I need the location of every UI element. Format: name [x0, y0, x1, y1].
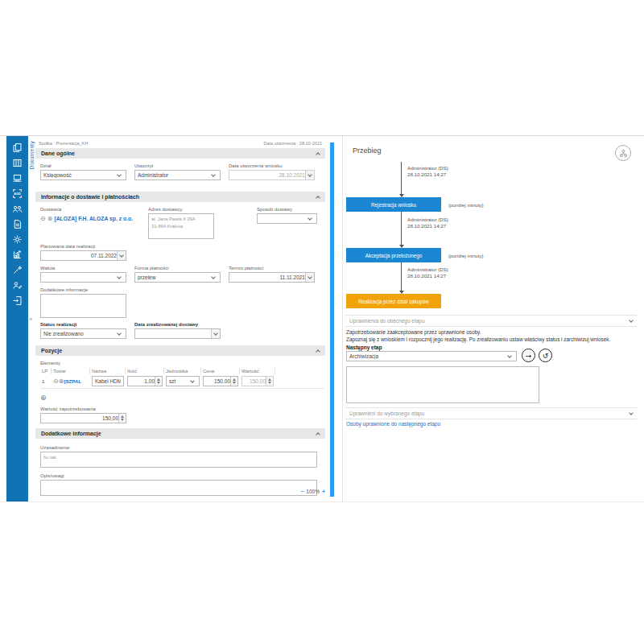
settings-gear-icon[interactable]: [9, 232, 26, 247]
termin-label: Termin płatności: [229, 266, 315, 270]
vertical-scrollbar[interactable]: [330, 142, 334, 497]
uprawnieni-wybrany-collapsible[interactable]: Uprawnieni do wybranego etapu: [345, 407, 637, 419]
section-header-pozycje[interactable]: Pozycje: [35, 345, 325, 356]
utworzyl-select[interactable]: Administrator: [134, 170, 221, 180]
computer-icon[interactable]: [9, 171, 26, 186]
company-label: Spółka : Prezentacja_KH: [39, 141, 88, 146]
zoom-out-button[interactable]: −: [300, 489, 303, 494]
scan-agd-icon[interactable]: AGD: [9, 186, 26, 201]
stage-comment-textarea[interactable]: [346, 366, 539, 403]
workflow-stage-rejestracja[interactable]: Rejestracja wniosku: [346, 197, 441, 212]
nazwa-input[interactable]: Kabel HDMI: [92, 376, 124, 386]
waluta-select[interactable]: [40, 272, 126, 283]
clear-item-icon[interactable]: ⊗: [59, 378, 64, 385]
chevron-down-icon: [629, 411, 634, 415]
tab-dokumenty[interactable]: Dokumenty: [29, 141, 35, 170]
collapse-icon: [316, 152, 320, 157]
form-topbar: Spółka : Prezentacja_KH Data utworzenia …: [35, 136, 325, 148]
add-item-button[interactable]: ⊕: [40, 394, 47, 402]
section-header-dodatkowe[interactable]: Dodatkowe informacje: [35, 428, 325, 439]
status-select[interactable]: Nie zrealizowano: [40, 328, 126, 339]
utworzyl-label: Utworzył: [134, 163, 221, 168]
created-date-label: Data utworzenia : 28-10-2021: [264, 141, 322, 146]
panel-expander[interactable]: »: [29, 316, 32, 323]
edit-supplier-icon[interactable]: ⊖: [40, 216, 46, 222]
chevron-down-icon: [305, 171, 314, 180]
row-lp: 1: [40, 378, 52, 384]
dzial-label: Dział: [40, 163, 126, 168]
dostawca-label: Dostawca: [40, 207, 133, 212]
chevron-down-icon: [117, 251, 126, 260]
opis-textarea[interactable]: [40, 480, 317, 496]
workflow-actor: Administrator (DS) 28.10.2021 14:27: [407, 266, 448, 280]
data-utworzenia-label: Data utworzenia wniosku: [229, 163, 315, 168]
jednostka-select[interactable]: szt: [166, 376, 200, 386]
section-title: Pozycje: [41, 348, 62, 353]
adres-textarea[interactable]: al. Jana Pawła II 39A 31-864 Kraków: [148, 213, 214, 239]
section-body-dodatkowe: Uzasadnienie bo tak Opis/uwagi Załącznik…: [35, 439, 325, 502]
nastepny-etap-label: Następny etap: [346, 345, 382, 350]
nastepny-etap-select[interactable]: Archiwizacja: [346, 351, 517, 361]
workflow-stage-realizacja[interactable]: Realizacja przez dział zakupów: [346, 294, 441, 308]
workflow-actor: Administrator (DS) 28.10.2021 14:27: [407, 217, 448, 230]
workflow-diagram-button[interactable]: [615, 145, 631, 161]
binders-icon[interactable]: [9, 155, 26, 171]
nastepny-etap-select-wrap: Archiwizacja: [346, 351, 517, 361]
cena-stepper[interactable]: 150,00: [203, 376, 238, 386]
sposob-select[interactable]: [257, 213, 317, 224]
chevron-down-icon: [211, 329, 220, 338]
planowana-datepicker[interactable]: 07.11.2022: [40, 250, 126, 261]
workflow-arrow: [401, 162, 402, 196]
section-header-dostawa[interactable]: Informacje o dostawie i płatnościach: [35, 192, 325, 202]
document-text-icon[interactable]: [9, 217, 26, 232]
documents-icon[interactable]: [9, 140, 26, 155]
edit-item-icon[interactable]: ⊖: [53, 378, 59, 385]
dzial-select[interactable]: Księgowość: [40, 170, 126, 180]
collapse-icon: [316, 432, 320, 437]
chart-icon[interactable]: [9, 247, 26, 262]
planowana-label: Planowana data realizacji: [40, 244, 126, 249]
col-ilosc: Ilość: [126, 368, 164, 374]
chevron-down-icon: [305, 214, 314, 223]
clear-supplier-icon[interactable]: ⊗: [47, 216, 53, 222]
sposob-label: Sposób dostawy: [257, 207, 317, 212]
data-dostawy-label: Data zrealizowanej dostawy: [134, 322, 221, 327]
workflow-panel: Przebieg Administrator (DS) 28.10.2021 1…: [342, 136, 642, 502]
go-next-stage-button[interactable]: →: [522, 349, 535, 362]
revert-stage-button[interactable]: ↺: [539, 349, 552, 362]
spinner-arrows[interactable]: [155, 377, 162, 386]
user-permissions-icon[interactable]: [9, 278, 26, 293]
zoom-in-button[interactable]: +: [322, 489, 325, 494]
workflow-arrow: [401, 262, 402, 293]
workflow-stage-akceptacja[interactable]: Akceptacja przełożonego: [346, 248, 441, 262]
row-towar: ⊖ ⊗ [SZPAL: [52, 378, 90, 385]
elementy-label: Elementy: [40, 361, 325, 365]
collapse-icon: [316, 196, 320, 200]
chevron-down-icon: [208, 273, 217, 282]
osoby-uprawnione-link[interactable]: Osoby uprawnione do następnego etapu: [346, 421, 440, 427]
workflow-duration: (poniżej minuty): [448, 202, 484, 208]
col-jednostka: Jednostka: [164, 368, 201, 374]
table-row: 1 ⊖ ⊗ [SZPAL Kabel HDMI 1,00 szt 150,00 …: [40, 374, 324, 389]
dodatkowe-info-textarea[interactable]: [40, 294, 126, 318]
chevron-down-icon: [114, 273, 123, 282]
wand-icon[interactable]: [9, 262, 26, 278]
workflow-info-line2: Zapoznaj się z wnioskiem i rozpocznij je…: [346, 336, 610, 342]
section-header-dane-ogolne[interactable]: Dane ogólne: [35, 148, 325, 159]
item-link[interactable]: [SZPAL: [64, 378, 81, 384]
przebieg-title: Przebieg: [353, 147, 382, 155]
logout-door-icon[interactable]: [9, 293, 26, 308]
wartosc-zapotrzebowania-stepper[interactable]: 150,00: [40, 413, 126, 423]
chevron-down-icon: [114, 329, 123, 338]
spinner-arrows[interactable]: [230, 377, 237, 386]
people-group-icon[interactable]: [9, 201, 26, 217]
uzasadnienie-textarea[interactable]: bo tak: [40, 452, 317, 468]
ilosc-stepper[interactable]: 1,00: [127, 376, 163, 386]
data-dostawy-datepicker[interactable]: [134, 328, 221, 339]
termin-datepicker[interactable]: 11.11.2021: [229, 272, 315, 283]
uprawnienia-obecny-collapsible[interactable]: Uprawnienia do obecnego etapu: [345, 315, 637, 327]
forma-select[interactable]: przelew: [134, 272, 221, 283]
section-body-dostawa: Dostawca ⊖ ⊗ [ALOZA] F.H. ALOZA sp. z o.…: [35, 202, 325, 345]
spinner-arrows[interactable]: [118, 414, 126, 423]
supplier-link[interactable]: [ALOZA] F.H. ALOZA sp. z o.o.: [54, 216, 133, 221]
